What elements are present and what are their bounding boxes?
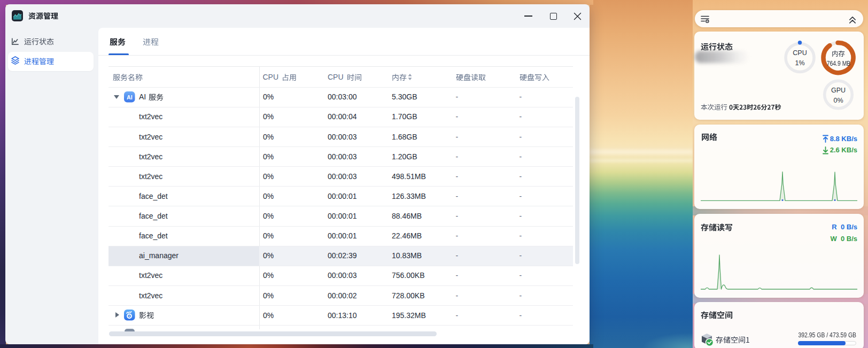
- svg-text:AI: AI: [127, 94, 133, 100]
